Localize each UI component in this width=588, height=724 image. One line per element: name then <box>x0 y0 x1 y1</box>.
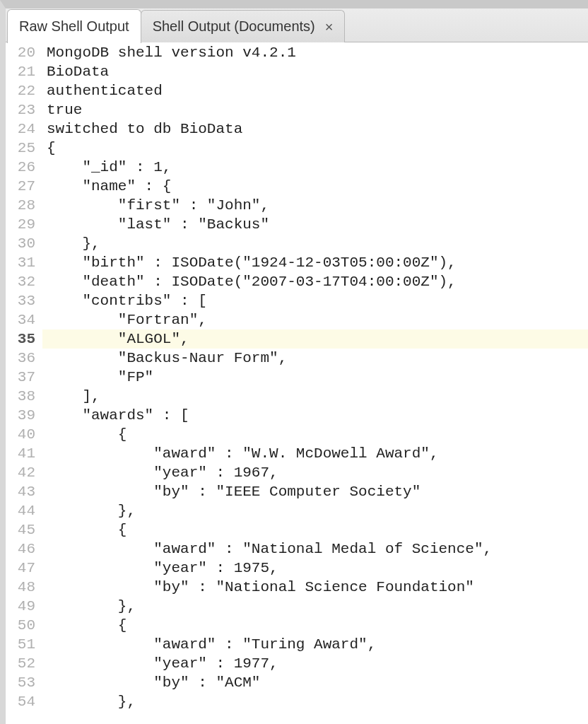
line-text: { <box>42 425 127 444</box>
line-text: switched to db BioData <box>42 119 242 139</box>
code-line[interactable]: 20MongoDB shell version v4.2.1 <box>6 43 588 62</box>
code-line[interactable]: 46 "award" : "National Medal of Science"… <box>6 539 588 559</box>
line-text: "_id" : 1, <box>42 158 171 177</box>
line-text: "year" : 1977, <box>42 654 278 673</box>
line-number: 30 <box>6 234 42 253</box>
code-line[interactable]: 24switched to db BioData <box>6 119 588 139</box>
code-line[interactable]: 49 }, <box>6 597 588 616</box>
code-line[interactable]: 22authenticated <box>6 81 588 100</box>
line-text: "year" : 1967, <box>42 463 278 482</box>
line-number: 35 <box>6 329 42 349</box>
line-text: }, <box>42 692 136 711</box>
code-line[interactable]: 35 "ALGOL", <box>6 329 588 349</box>
code-line[interactable]: 54 }, <box>6 692 588 711</box>
line-text: "award" : "Turing Award", <box>42 635 376 654</box>
code-line[interactable]: 52 "year" : 1977, <box>6 654 588 673</box>
line-text: "year" : 1975, <box>42 559 278 578</box>
line-number: 48 <box>6 578 42 597</box>
line-number: 46 <box>6 539 42 559</box>
line-number: 49 <box>6 597 42 616</box>
line-number: 36 <box>6 349 42 368</box>
code-line[interactable]: 25{ <box>6 139 588 158</box>
line-number: 41 <box>6 444 42 463</box>
line-text: }, <box>42 501 136 520</box>
line-number: 21 <box>6 62 42 81</box>
line-text: "by" : "IEEE Computer Society" <box>42 482 421 501</box>
line-text: { <box>42 139 56 158</box>
output-pane[interactable]: 20MongoDB shell version v4.2.121BioData2… <box>6 42 588 724</box>
code-line[interactable]: 36 "Backus-Naur Form", <box>6 349 588 368</box>
line-text: "birth" : ISODate("1924-12-03T05:00:00Z"… <box>42 253 457 272</box>
code-line[interactable]: 37 "FP" <box>6 368 588 387</box>
close-icon[interactable]: × <box>325 20 334 34</box>
code-line[interactable]: 28 "first" : "John", <box>6 196 588 215</box>
line-number: 50 <box>6 616 42 635</box>
code-line[interactable]: 27 "name" : { <box>6 177 588 196</box>
line-text: "first" : "John", <box>42 196 269 215</box>
line-text: }, <box>42 234 100 253</box>
code-line[interactable]: 32 "death" : ISODate("2007-03-17T04:00:0… <box>6 272 588 291</box>
code-line[interactable]: 23true <box>6 100 588 119</box>
tab-shell-output-documents[interactable]: Shell Output (Documents) × <box>141 10 346 42</box>
code-line[interactable]: 48 "by" : "National Science Foundation" <box>6 578 588 597</box>
code-line[interactable]: 42 "year" : 1967, <box>6 463 588 482</box>
code-line[interactable]: 51 "award" : "Turing Award", <box>6 635 588 654</box>
line-number: 39 <box>6 406 42 425</box>
line-text: "Backus-Naur Form", <box>42 349 287 368</box>
line-number: 38 <box>6 387 42 406</box>
code-line[interactable]: 41 "award" : "W.W. McDowell Award", <box>6 444 588 463</box>
tab-bar: Raw Shell Output Shell Output (Documents… <box>6 8 588 42</box>
line-text: "name" : { <box>42 177 171 196</box>
line-number: 20 <box>6 43 42 62</box>
code-line[interactable]: 26 "_id" : 1, <box>6 158 588 177</box>
line-text: "Fortran", <box>42 310 207 329</box>
code-line[interactable]: 29 "last" : "Backus" <box>6 215 588 234</box>
code-line[interactable]: 30 }, <box>6 234 588 253</box>
line-number: 52 <box>6 654 42 673</box>
code-line[interactable]: 34 "Fortran", <box>6 310 588 329</box>
line-text: authenticated <box>42 81 163 100</box>
code-line[interactable]: 45 { <box>6 520 588 539</box>
line-number: 44 <box>6 501 42 520</box>
line-number: 47 <box>6 559 42 578</box>
line-text: "by" : "National Science Foundation" <box>42 578 474 597</box>
code-line[interactable]: 40 { <box>6 425 588 444</box>
line-number: 33 <box>6 291 42 310</box>
line-text: "award" : "W.W. McDowell Award", <box>42 444 439 463</box>
code-line[interactable]: 31 "birth" : ISODate("1924-12-03T05:00:0… <box>6 253 588 272</box>
line-number: 51 <box>6 635 42 654</box>
line-text: "death" : ISODate("2007-03-17T04:00:00Z"… <box>42 272 457 291</box>
tab-raw-shell-output[interactable]: Raw Shell Output <box>7 9 141 43</box>
code-line[interactable]: 38 ], <box>6 387 588 406</box>
line-number: 22 <box>6 81 42 100</box>
code-line[interactable]: 47 "year" : 1975, <box>6 559 588 578</box>
code-line[interactable]: 21BioData <box>6 62 588 81</box>
line-number: 27 <box>6 177 42 196</box>
line-text: }, <box>42 597 136 616</box>
code-line[interactable]: 33 "contribs" : [ <box>6 291 588 310</box>
line-text: "last" : "Backus" <box>42 215 269 234</box>
code-line[interactable]: 50 { <box>6 616 588 635</box>
code-line[interactable]: 39 "awards" : [ <box>6 406 588 425</box>
line-number: 34 <box>6 310 42 329</box>
line-number: 32 <box>6 272 42 291</box>
line-text: "ALGOL", <box>42 329 189 349</box>
line-number: 54 <box>6 692 42 711</box>
tab-label: Shell Output (Documents) <box>153 18 315 35</box>
line-number: 29 <box>6 215 42 234</box>
line-number: 43 <box>6 482 42 501</box>
line-text: { <box>42 520 127 539</box>
line-number: 23 <box>6 100 42 119</box>
code-line[interactable]: 44 }, <box>6 501 588 520</box>
line-number: 25 <box>6 139 42 158</box>
line-number: 37 <box>6 368 42 387</box>
line-text: "awards" : [ <box>42 406 189 425</box>
code-line[interactable]: 53 "by" : "ACM" <box>6 673 588 692</box>
line-number: 45 <box>6 520 42 539</box>
code-line[interactable]: 43 "by" : "IEEE Computer Society" <box>6 482 588 501</box>
line-number: 31 <box>6 253 42 272</box>
line-text: "by" : "ACM" <box>42 673 260 692</box>
line-number: 40 <box>6 425 42 444</box>
line-text: "award" : "National Medal of Science", <box>42 539 492 559</box>
line-text: "contribs" : [ <box>42 291 207 310</box>
